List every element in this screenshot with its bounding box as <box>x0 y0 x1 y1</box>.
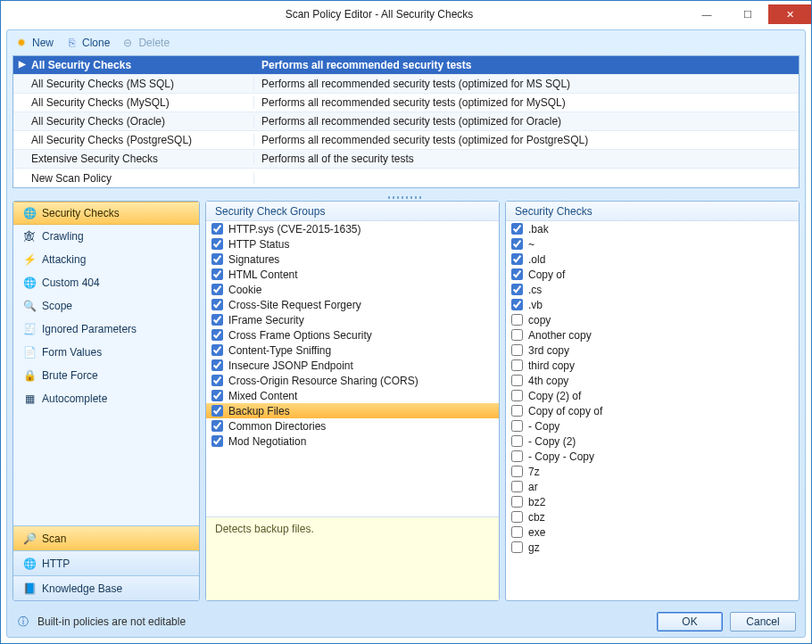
check-checkbox[interactable] <box>511 268 523 280</box>
check-checkbox[interactable] <box>511 526 523 538</box>
check-item[interactable]: 4th copy <box>506 373 799 388</box>
check-checkbox[interactable] <box>511 375 523 386</box>
group-item[interactable]: IFrame Security <box>206 312 499 327</box>
group-checkbox[interactable] <box>211 405 223 417</box>
group-item[interactable]: HTML Content <box>206 267 499 282</box>
check-item[interactable]: copy <box>506 312 799 327</box>
group-checkbox[interactable] <box>211 344 223 356</box>
check-checkbox[interactable] <box>511 329 523 341</box>
check-checkbox[interactable] <box>511 420 523 432</box>
group-item[interactable]: Common Directories <box>206 418 499 433</box>
group-checkbox[interactable] <box>211 329 223 341</box>
check-checkbox[interactable] <box>511 359 523 371</box>
check-checkbox[interactable] <box>511 284 523 295</box>
sidebar-item[interactable]: 🔒Brute Force <box>13 364 199 387</box>
check-item[interactable]: exe <box>506 524 799 540</box>
check-item[interactable]: ar <box>506 479 799 494</box>
check-checkbox[interactable] <box>511 405 523 417</box>
check-item[interactable]: 7z <box>506 464 799 479</box>
check-item[interactable]: - Copy <box>506 418 799 433</box>
group-checkbox[interactable] <box>211 390 223 401</box>
check-item[interactable]: Copy (2) of <box>506 388 799 403</box>
group-item[interactable]: Cross Frame Options Security <box>206 327 499 343</box>
cancel-button[interactable]: Cancel <box>730 612 796 632</box>
groups-list[interactable]: HTTP.sys (CVE-2015-1635)HTTP StatusSigna… <box>206 221 499 516</box>
group-item[interactable]: HTTP.sys (CVE-2015-1635) <box>206 221 499 236</box>
group-checkbox[interactable] <box>211 435 223 447</box>
group-checkbox[interactable] <box>211 299 223 310</box>
group-checkbox[interactable] <box>211 268 223 280</box>
check-item[interactable]: third copy <box>506 358 799 373</box>
check-item[interactable]: .old <box>506 252 799 267</box>
check-checkbox[interactable] <box>511 390 523 401</box>
sidebar-item[interactable]: 🕸Crawling <box>13 225 199 248</box>
minimize-button[interactable]: — <box>686 4 727 24</box>
check-item[interactable]: cbz <box>506 509 799 524</box>
group-item[interactable]: Insecure JSONP Endpoint <box>206 358 499 373</box>
check-checkbox[interactable] <box>511 435 523 447</box>
group-item[interactable]: HTTP Status <box>206 236 499 252</box>
group-item[interactable]: Cross-Origin Resource Sharing (CORS) <box>206 373 499 388</box>
group-checkbox[interactable] <box>211 359 223 371</box>
check-checkbox[interactable] <box>511 541 523 553</box>
check-checkbox[interactable] <box>511 223 523 235</box>
policy-row[interactable]: All Security Checks (MySQL)Performs all … <box>13 94 799 112</box>
check-checkbox[interactable] <box>511 496 523 508</box>
check-item[interactable]: - Copy - Copy <box>506 449 799 464</box>
policy-row[interactable]: ▶All Security ChecksPerforms all recomme… <box>13 56 799 75</box>
group-item[interactable]: Signatures <box>206 252 499 267</box>
sidebar-item[interactable]: 🔍Scope <box>13 294 199 318</box>
check-item[interactable]: ~ <box>506 236 799 252</box>
check-checkbox[interactable] <box>511 238 523 250</box>
check-item[interactable]: .cs <box>506 282 799 297</box>
group-checkbox[interactable] <box>211 314 223 326</box>
group-item[interactable]: Mixed Content <box>206 388 499 403</box>
check-checkbox[interactable] <box>511 450 523 462</box>
check-item[interactable]: bz2 <box>506 494 799 509</box>
group-checkbox[interactable] <box>211 284 223 295</box>
splitter[interactable] <box>7 194 805 201</box>
check-item[interactable]: - Copy (2) <box>506 433 799 449</box>
sidebar-item[interactable]: 🌐Custom 404 <box>13 271 199 294</box>
check-checkbox[interactable] <box>511 314 523 326</box>
check-item[interactable]: .vb <box>506 297 799 312</box>
sidebar-item[interactable]: 📄Form Values <box>13 341 199 364</box>
policy-row[interactable]: All Security Checks (PostgreSQL)Performs… <box>13 131 799 150</box>
group-item[interactable]: Content-Type Sniffing <box>206 343 499 358</box>
group-checkbox[interactable] <box>211 238 223 250</box>
check-item[interactable]: .bak <box>506 221 799 236</box>
sidebar-item[interactable]: ▦Autocomplete <box>13 387 199 410</box>
sidebar-section[interactable]: 🔎Scan <box>13 525 199 550</box>
sidebar-section[interactable]: 🌐HTTP <box>13 550 199 575</box>
delete-button[interactable]: ⊖ Delete <box>120 36 170 50</box>
check-checkbox[interactable] <box>511 344 523 356</box>
group-checkbox[interactable] <box>211 223 223 235</box>
check-item[interactable]: Another copy <box>506 327 799 343</box>
close-button[interactable]: ✕ <box>768 4 811 24</box>
group-item[interactable]: Backup Files <box>206 403 499 418</box>
sidebar-item[interactable]: ⚡Attacking <box>13 248 199 271</box>
check-checkbox[interactable] <box>511 481 523 492</box>
group-item[interactable]: Mod Negotiation <box>206 433 499 449</box>
check-item[interactable]: Copy of <box>506 267 799 282</box>
group-item[interactable]: Cookie <box>206 282 499 297</box>
policy-row[interactable]: Extensive Security ChecksPerforms all of… <box>13 150 799 169</box>
check-item[interactable]: Copy of copy of <box>506 403 799 418</box>
new-button[interactable]: ✹ New <box>14 36 54 50</box>
sidebar-item[interactable]: 🧾Ignored Parameters <box>13 318 199 341</box>
sidebar-section[interactable]: 📘Knowledge Base <box>13 575 199 600</box>
check-checkbox[interactable] <box>511 253 523 265</box>
check-checkbox[interactable] <box>511 299 523 310</box>
policy-row[interactable]: New Scan Policy <box>13 169 799 187</box>
check-checkbox[interactable] <box>511 466 523 477</box>
check-checkbox[interactable] <box>511 511 523 523</box>
policy-row[interactable]: All Security Checks (Oracle)Performs all… <box>13 112 799 131</box>
policy-grid[interactable]: ▶All Security ChecksPerforms all recomme… <box>12 55 800 188</box>
policy-row[interactable]: All Security Checks (MS SQL)Performs all… <box>13 75 799 94</box>
check-item[interactable]: gz <box>506 540 799 555</box>
ok-button[interactable]: OK <box>657 612 723 632</box>
group-checkbox[interactable] <box>211 375 223 386</box>
group-item[interactable]: Cross-Site Request Forgery <box>206 297 499 312</box>
checks-list[interactable]: .bak~.oldCopy of.cs.vbcopyAnother copy3r… <box>506 221 799 600</box>
maximize-button[interactable]: ☐ <box>727 4 768 24</box>
